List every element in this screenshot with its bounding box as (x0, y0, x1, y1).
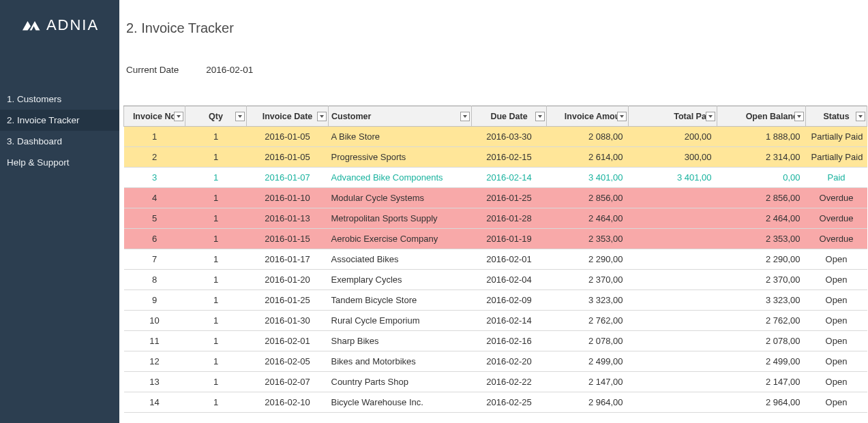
cell-no: 2 (124, 147, 185, 168)
filter-dropdown-icon[interactable] (535, 112, 545, 121)
table-row[interactable]: 1012016-01-30Rural Cycle Emporium2016-02… (124, 311, 867, 331)
table-row[interactable]: 912016-01-25Tandem Bicycle Store2016-02-… (124, 290, 867, 311)
cell-qty: 1 (185, 168, 247, 188)
cell-no: 7 (124, 249, 185, 270)
cell-balance: 2 353,00 (717, 229, 806, 249)
brand-logo: ADNIA (0, 0, 119, 51)
cell-amount: 2 078,00 (547, 331, 629, 351)
sidebar-item-2[interactable]: 3. Dashboard (0, 131, 119, 152)
cell-customer: Rural Cycle Emporium (329, 311, 472, 331)
cell-balance: 2 147,00 (717, 372, 806, 392)
filter-dropdown-icon[interactable] (794, 112, 804, 121)
cell-invoice_date: 2016-01-05 (247, 147, 329, 168)
cell-status: Open (806, 351, 867, 372)
cell-due_date: 2016-02-20 (472, 351, 547, 372)
cell-paid (629, 311, 717, 331)
table-row[interactable]: 412016-01-10Modular Cycle Systems2016-01… (124, 188, 867, 208)
cell-qty: 1 (185, 229, 247, 249)
cell-paid (629, 331, 717, 351)
sidebar-item-1[interactable]: 2. Invoice Tracker (0, 110, 119, 131)
table-row[interactable]: 1412016-02-10Bicycle Warehouse Inc.2016-… (124, 392, 867, 413)
cell-amount: 2 464,00 (547, 208, 629, 229)
filter-dropdown-icon[interactable] (174, 112, 183, 121)
cell-customer: Associated Bikes (329, 249, 472, 270)
filter-dropdown-icon[interactable] (460, 112, 470, 121)
cell-invoice_date: 2016-01-25 (247, 290, 329, 311)
cell-status: Open (806, 249, 867, 270)
cell-due_date: 2016-02-15 (472, 147, 547, 168)
column-header-label: Customer (331, 112, 371, 121)
cell-amount: 3 401,00 (547, 168, 629, 188)
cell-paid (629, 208, 717, 229)
filter-dropdown-icon[interactable] (617, 112, 627, 121)
sidebar-item-3[interactable]: Help & Support (0, 152, 119, 173)
cell-qty: 1 (185, 127, 247, 147)
table-row[interactable]: 812016-01-20Exemplary Cycles2016-02-042 … (124, 270, 867, 290)
filter-dropdown-icon[interactable] (235, 112, 245, 121)
cell-paid (629, 229, 717, 249)
cell-status: Overdue (806, 188, 867, 208)
cell-qty: 1 (185, 188, 247, 208)
cell-due_date: 2016-02-01 (472, 249, 547, 270)
sidebar-item-0[interactable]: 1. Customers (0, 89, 119, 110)
filter-dropdown-icon[interactable] (317, 112, 327, 121)
table-row[interactable]: 512016-01-13Metropolitan Sports Supply20… (124, 208, 867, 229)
cell-balance: 2 964,00 (717, 392, 806, 413)
column-header: Due Date (472, 106, 547, 127)
cell-amount: 2 499,00 (547, 351, 629, 372)
cell-qty: 1 (185, 270, 247, 290)
cell-qty: 1 (185, 372, 247, 392)
cell-amount: 2 088,00 (547, 127, 629, 147)
table-row[interactable]: 1212016-02-05Bikes and Motorbikes2016-02… (124, 351, 867, 372)
cell-balance: 2 856,00 (717, 188, 806, 208)
cell-no: 4 (124, 188, 185, 208)
cell-amount: 2 856,00 (547, 188, 629, 208)
cell-paid (629, 188, 717, 208)
table-row[interactable]: 1312016-02-07Country Parts Shop2016-02-2… (124, 372, 867, 392)
cell-status: Overdue (806, 229, 867, 249)
cell-balance: 2 499,00 (717, 351, 806, 372)
cell-customer: Progressive Sports (329, 147, 472, 168)
cell-no: 3 (124, 168, 185, 188)
cell-qty: 1 (185, 311, 247, 331)
cell-customer: Advanced Bike Components (329, 168, 472, 188)
cell-customer: Country Parts Shop (329, 372, 472, 392)
cell-due_date: 2016-01-25 (472, 188, 547, 208)
filter-dropdown-icon[interactable] (706, 112, 715, 121)
current-date-row: Current Date 2016-02-01 (126, 65, 253, 75)
brand-name: ADNIA (46, 16, 99, 34)
table-row[interactable]: 612016-01-15Aerobic Exercise Company2016… (124, 229, 867, 249)
cell-paid: 300,00 (629, 147, 717, 168)
sidebar: ADNIA 1. Customers2. Invoice Tracker3. D… (0, 0, 119, 423)
cell-paid: 3 401,00 (629, 168, 717, 188)
table-row[interactable]: 112016-01-05A Bike Store2016-03-302 088,… (124, 127, 867, 147)
cell-no: 14 (124, 392, 185, 413)
cell-paid (629, 270, 717, 290)
cell-no: 6 (124, 229, 185, 249)
cell-no: 1 (124, 127, 185, 147)
cell-status: Open (806, 392, 867, 413)
column-header-label: Status (823, 112, 849, 121)
table-row[interactable]: 312016-01-07Advanced Bike Components2016… (124, 168, 867, 188)
cell-status: Open (806, 290, 867, 311)
column-header: Total Paid (629, 106, 717, 127)
table-row[interactable]: 212016-01-05Progressive Sports2016-02-15… (124, 147, 867, 168)
cell-no: 10 (124, 311, 185, 331)
column-header: Qty (185, 106, 247, 127)
main-content: 2. Invoice Tracker Current Date 2016-02-… (119, 0, 868, 423)
cell-due_date: 2016-02-22 (472, 372, 547, 392)
cell-invoice_date: 2016-02-07 (247, 372, 329, 392)
cell-invoice_date: 2016-01-17 (247, 249, 329, 270)
cell-invoice_date: 2016-01-30 (247, 311, 329, 331)
cell-customer: Modular Cycle Systems (329, 188, 472, 208)
column-header: Status (806, 106, 867, 127)
filter-dropdown-icon[interactable] (856, 112, 865, 121)
cell-paid (629, 290, 717, 311)
table-row[interactable]: 1112016-02-01Sharp Bikes2016-02-162 078,… (124, 331, 867, 351)
cell-invoice_date: 2016-01-13 (247, 208, 329, 229)
table-row[interactable]: 712016-01-17Associated Bikes2016-02-012 … (124, 249, 867, 270)
cell-no: 13 (124, 372, 185, 392)
cell-balance: 2 314,00 (717, 147, 806, 168)
cell-paid (629, 249, 717, 270)
cell-balance: 3 323,00 (717, 290, 806, 311)
